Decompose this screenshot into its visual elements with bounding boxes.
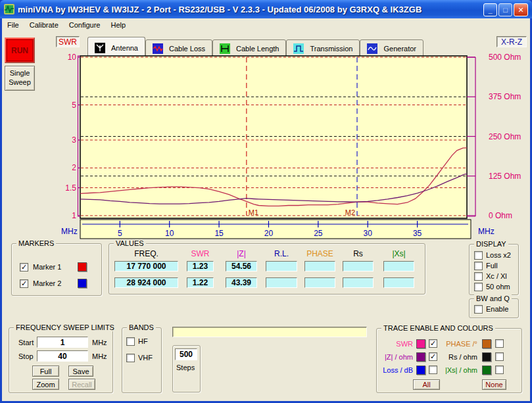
trace-none-button[interactable]: None (482, 379, 506, 390)
chart-area: 105321.51500 Ohm375 Ohm250 Ohm125 Ohm0 O… (56, 51, 529, 243)
stop-freq-input[interactable] (37, 350, 88, 362)
hf-band-checkbox[interactable] (126, 337, 135, 346)
bands-panel: BANDS HF VHF (122, 327, 162, 393)
svg-text:0 Ohm: 0 Ohm (489, 211, 512, 220)
trace-all-button[interactable]: All (413, 379, 440, 390)
svg-text:2: 2 (72, 163, 76, 172)
50-ohm-checkbox[interactable] (474, 283, 483, 291)
window-title: miniVNA by IW3HEV & IW3IJZ - 2 Port - RS… (18, 5, 422, 14)
swr-impedance-chart: 105321.51500 Ohm375 Ohm250 Ohm125 Ohm0 O… (56, 51, 529, 243)
trace-z-swatch[interactable] (416, 352, 425, 362)
start-freq-input[interactable] (37, 337, 88, 348)
marker1-freq-value: 17 770 000 (114, 261, 178, 272)
marker1-checkbox[interactable]: ✓ (20, 263, 28, 272)
trace-xs-checkbox[interactable] (495, 366, 504, 374)
menu-bar: File Calibrate Configure Help (2, 18, 530, 32)
svg-text:10: 10 (165, 229, 174, 238)
zoom-button[interactable]: Zoom (32, 379, 59, 390)
marker1-xs-value (383, 261, 414, 272)
trace-swr-swatch[interactable] (416, 339, 425, 348)
svg-text:1.5: 1.5 (65, 183, 76, 193)
status-bar (172, 327, 367, 337)
svg-text:10: 10 (68, 53, 77, 62)
col-xs: |Xs| (383, 249, 414, 258)
svg-text:3: 3 (72, 135, 76, 145)
save-button[interactable]: Save (68, 366, 93, 377)
steps-input[interactable] (175, 348, 197, 360)
col-phase: PHASE (304, 249, 335, 258)
minimize-button[interactable]: _ (483, 3, 497, 16)
marker2-freq-value: 28 924 000 (114, 277, 178, 288)
trace-rs-checkbox[interactable] (495, 352, 504, 361)
svg-text:MHz: MHz (478, 227, 495, 236)
trace-xs-swatch[interactable] (482, 366, 491, 375)
single-sweep-button[interactable]: Single Sweep (5, 66, 35, 91)
maximize-button[interactable]: □ (498, 3, 512, 16)
marker2-phase-value (304, 277, 335, 288)
recall-button[interactable]: Recall (68, 379, 95, 390)
display-panel: DISPLAY Loss x2 Full Xc / Xl 50 ohm (469, 244, 519, 295)
svg-text:15: 15 (214, 229, 224, 238)
col-freq: FREQ. (114, 249, 178, 258)
stop-label: Stop (18, 352, 34, 360)
values-panel: VALUES FREQ. SWR |Z| R.L. PHASE Rs |Xs| … (109, 243, 425, 295)
trace-rs-label: Rs / ohm (439, 353, 477, 361)
trace-swr-checkbox[interactable]: ✓ (429, 339, 437, 348)
xc-xl-checkbox[interactable] (474, 272, 483, 281)
app-window: miniVNA by IW3HEV & IW3IJZ - 2 Port - RS… (0, 0, 532, 403)
full-span-button[interactable]: Full (32, 366, 59, 377)
svg-text:25: 25 (314, 229, 323, 238)
sweep-limits-panel: FREQUENCY SWEEP LIMITS Start MHz Stop MH… (9, 327, 113, 393)
svg-text:M1: M1 (249, 208, 258, 216)
mode-label: SWR (56, 36, 80, 47)
trace-phase-swatch[interactable] (482, 339, 491, 348)
steps-label: Steps (176, 364, 195, 371)
svg-text:1: 1 (72, 211, 76, 220)
marker1-rs-value (343, 261, 374, 272)
svg-text:125 Ohm: 125 Ohm (489, 172, 521, 181)
trace-xs-label: |Xs| / ohm (439, 366, 477, 374)
trace-loss-swatch[interactable] (416, 366, 425, 375)
trace-loss-checkbox[interactable] (429, 366, 437, 374)
col-rl: R.L. (266, 249, 297, 258)
bwq-enable-checkbox[interactable] (474, 305, 483, 314)
marker2-rs-value (343, 277, 374, 288)
vhf-band-checkbox[interactable] (126, 354, 135, 362)
menu-calibrate[interactable]: Calibrate (24, 20, 64, 30)
svg-text:375 Ohm: 375 Ohm (489, 92, 521, 101)
trace-phase-label: PHASE /° (439, 340, 477, 348)
menu-file[interactable]: File (2, 20, 24, 30)
menu-help[interactable]: Help (105, 20, 131, 30)
title-bar: miniVNA by IW3HEV & IW3IJZ - 2 Port - RS… (0, 0, 532, 18)
trace-swr-label: SWR (377, 340, 413, 348)
full-display-checkbox[interactable] (474, 262, 483, 270)
svg-text:35: 35 (413, 229, 422, 238)
trace-rs-swatch[interactable] (482, 352, 491, 362)
svg-text:MHz: MHz (61, 227, 78, 236)
marker2-color-swatch[interactable] (78, 279, 87, 288)
svg-text:30: 30 (364, 229, 373, 238)
marker1-swr-value: 1.23 (187, 261, 214, 272)
col-rs: Rs (343, 249, 374, 258)
start-label: Start (18, 339, 34, 346)
trace-z-checkbox[interactable]: ✓ (429, 352, 437, 361)
svg-text:5: 5 (72, 101, 76, 110)
steps-panel: Steps (172, 345, 201, 392)
marker1-phase-value (304, 261, 335, 272)
marker1-color-swatch[interactable] (78, 262, 87, 272)
col-swr: SWR (187, 249, 214, 258)
marker2-label: Marker 2 (33, 279, 61, 287)
svg-text:5: 5 (118, 229, 122, 238)
menu-configure[interactable]: Configure (64, 20, 106, 30)
close-button[interactable]: ✕ (514, 3, 528, 16)
svg-text:500 Ohm: 500 Ohm (489, 53, 521, 62)
marker2-checkbox[interactable]: ✓ (20, 279, 28, 288)
loss-x2-checkbox[interactable] (474, 251, 483, 260)
run-button[interactable]: RUN (5, 37, 35, 63)
bw-q-panel: BW and Q Enable (469, 298, 519, 318)
app-icon (4, 4, 14, 14)
marker2-z-value: 43.39 (226, 277, 257, 288)
svg-text:M2: M2 (345, 208, 355, 216)
trace-phase-checkbox[interactable] (495, 339, 504, 348)
marker2-xs-value (383, 277, 414, 288)
